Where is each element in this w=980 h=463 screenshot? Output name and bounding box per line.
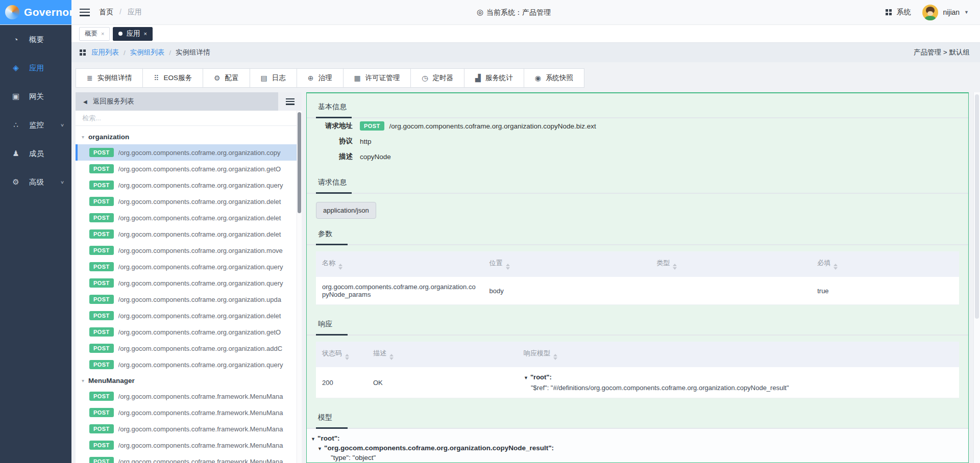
sort-asc-icon [834,264,838,266]
tab-params[interactable]: 参数 [316,225,348,245]
tab-model[interactable]: 模型 [316,408,348,429]
post-method-badge: POST [89,408,114,417]
toolbar-tab-label: 系统快照 [546,73,573,83]
column-header-描述[interactable]: 描述 [367,342,518,367]
tab-basic-info[interactable]: 基本信息 [316,98,352,118]
sort-caret-icon[interactable] [345,354,349,360]
username[interactable]: nijian [943,8,960,16]
sidebar-toggle-hamburger-icon[interactable] [80,9,90,16]
collapse-triangle-icon[interactable]: ▾ [82,378,84,383]
toolbar-tab-eos-services[interactable]: ⠿EOS服务 [143,68,203,88]
service-tree-item[interactable]: POST/org.gocom.components.coframe.org.or… [76,242,302,259]
tree-collapse-button[interactable] [278,92,302,111]
sidebar-item-overview[interactable]: ◔概要 [0,25,71,54]
service-tree-item[interactable]: POST/org.gocom.components.coframe.framew… [76,437,302,453]
post-method-badge: POST [89,181,114,190]
license-clipboard-icon: ▦ [354,74,361,82]
sort-asc-icon [553,354,557,356]
sidebar-item-monitor[interactable]: ∴监控∨ [0,111,71,139]
post-method-badge: POST [89,262,114,271]
toolbar-tab-governance[interactable]: ⊕治理 [297,68,344,88]
model-expander-icon[interactable]: ▼ [524,375,528,380]
tree-panel-header: ◀ 返回服务列表 [76,92,302,111]
toolbar-tab-logs[interactable]: ▤日志 [250,68,297,88]
column-header-位置[interactable]: 位置 [483,251,651,277]
sort-caret-icon[interactable] [673,264,677,270]
service-tree-item[interactable]: POST/org.gocom.components.coframe.org.or… [76,210,302,226]
page-scrollbar[interactable] [973,92,980,463]
service-tree-item[interactable]: POST/org.gocom.components.coframe.framew… [76,453,302,463]
breadcrumb-home[interactable]: 首页 [99,8,113,16]
service-tree-item[interactable]: POST/org.gocom.components.coframe.org.or… [76,144,302,161]
content-type-button[interactable]: application/json [316,202,376,219]
model-tree-text: "root": [317,434,340,443]
view-tab-apps[interactable]: 应用× [113,27,152,41]
column-header-状态码[interactable]: 状态码 [316,342,367,367]
sidebar-item-advanced[interactable]: ⚙高级∨ [0,168,71,196]
sort-caret-icon[interactable] [834,264,838,270]
service-tree-item[interactable]: POST/org.gocom.components.coframe.org.or… [76,340,302,356]
service-path-label: /org.gocom.components.coframe.framework.… [118,409,292,417]
toolbar-tab-system-snapshot[interactable]: ◉系统快照 [524,68,584,88]
breadcrumb-item[interactable]: 实例组列表 [130,48,165,57]
service-tree-item[interactable]: POST/org.gocom.components.coframe.framew… [76,421,302,437]
sidebar-item-gateway[interactable]: ▣网关 [0,82,71,111]
column-header-响应模型[interactable]: 响应模型 [518,342,959,367]
view-tab-overview[interactable]: 概要× [79,27,110,41]
system-menu[interactable]: 系统 [896,8,911,17]
param-location-cell: body [483,277,651,305]
toolbar-tab-service-stats[interactable]: ▟服务统计 [464,68,524,88]
back-to-service-list-button[interactable]: ◀ 返回服务列表 [76,92,278,111]
tab-response[interactable]: 响应 [316,315,348,336]
sort-caret-icon[interactable] [338,264,342,270]
breadcrumb-separator: / [169,49,171,57]
close-icon[interactable]: × [143,31,146,37]
service-tree-item[interactable]: POST/org.gocom.components.coframe.org.or… [76,259,302,275]
service-tree-item[interactable]: POST/org.gocom.components.coframe.org.or… [76,177,302,193]
request-url-row: 请求地址 POST /org.gocom.components.coframe.… [307,118,968,134]
service-tree-item[interactable]: POST/org.gocom.components.coframe.org.or… [76,193,302,210]
toolbar-tab-timer[interactable]: ◷定时器 [411,68,464,88]
service-tree-item[interactable]: POST/org.gocom.components.coframe.org.or… [76,324,302,340]
avatar[interactable] [922,5,938,20]
app-cube-icon: ◈ [11,63,20,72]
service-tree-item[interactable]: POST/org.gocom.components.coframe.org.or… [76,291,302,307]
params-table-row: org.gocom.components.coframe.org.organiz… [316,277,959,305]
tree-group-MenuManager[interactable]: ▾MenuManager [76,373,302,388]
tab-request-info[interactable]: 请求信息 [316,173,352,194]
tree-expander-icon[interactable]: ▼ [317,445,324,453]
service-tree-item[interactable]: POST/org.gocom.components.coframe.org.or… [76,161,302,177]
post-method-badge: POST [89,278,114,288]
sort-caret-icon[interactable] [389,354,394,360]
toolbar-tab-label: 治理 [318,73,332,83]
toolbar-tab-instance-group-detail[interactable]: ≣实例组详情 [76,68,143,88]
column-header-必填[interactable]: 必填 [811,251,959,277]
service-tree-item[interactable]: POST/org.gocom.components.coframe.org.or… [76,307,302,324]
toolbar-tab-license-management[interactable]: ▦许可证管理 [344,68,411,88]
sort-caret-icon[interactable] [553,354,557,360]
column-header-类型[interactable]: 类型 [650,251,811,277]
service-tree-item[interactable]: POST/org.gocom.components.coframe.org.or… [76,275,302,291]
service-path-label: /org.gocom.components.coframe.org.organi… [118,328,292,336]
close-icon[interactable]: × [101,31,104,37]
column-header-名称[interactable]: 名称 [316,251,483,277]
service-tree-item[interactable]: POST/org.gocom.components.coframe.org.or… [76,356,302,373]
service-tree-item[interactable]: POST/org.gocom.components.coframe.org.or… [76,226,302,242]
sort-caret-icon[interactable] [506,264,510,270]
sidebar-item-members[interactable]: ♟成员 [0,139,71,168]
tree-scrollbar-thumb[interactable] [298,112,301,213]
tree-group-organization[interactable]: ▾organization [76,129,302,144]
sidebar-item-apps[interactable]: ◈应用 [0,54,71,82]
tree-search-input[interactable] [76,111,302,126]
collapse-triangle-icon[interactable]: ▾ [82,134,84,140]
user-menu-caret-icon[interactable]: ▼ [964,10,969,15]
system-grid-icon[interactable] [886,9,892,15]
service-tree-item[interactable]: POST/org.gocom.components.coframe.framew… [76,388,302,404]
page-scrollbar-thumb[interactable] [975,94,979,319]
tree-scrollbar[interactable] [297,111,302,463]
toolbar-tab-config[interactable]: ⚙配置 [203,68,250,88]
breadcrumb-item[interactable]: 应用列表 [91,48,119,57]
tree-expander-icon[interactable]: ▼ [311,435,317,444]
service-tree-item[interactable]: POST/org.gocom.components.coframe.framew… [76,404,302,421]
sort-asc-icon [345,354,349,356]
